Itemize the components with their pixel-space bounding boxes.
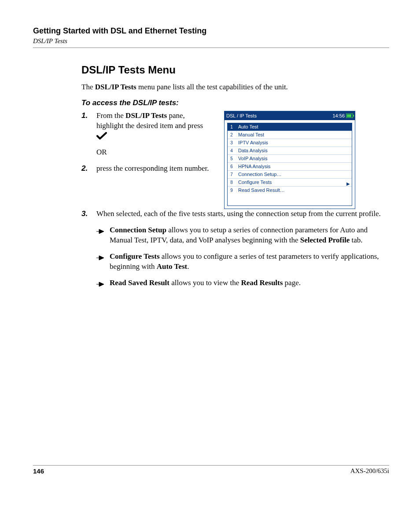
text: From the xyxy=(96,111,125,120)
text: page. xyxy=(283,279,301,287)
menu-item-1[interactable]: 1 Auto Test xyxy=(228,123,352,131)
menu-item-number: 8 xyxy=(228,179,236,186)
menu-item-5[interactable]: 5 VoIP Analysis xyxy=(228,155,352,162)
menu-item-3[interactable]: 3 IPTV Analysis xyxy=(228,139,352,147)
text: menu pane lists all the test capabilitie… xyxy=(136,83,288,91)
text: allows you to view the xyxy=(169,279,241,287)
menu-item-number: 1 xyxy=(228,123,236,131)
bullet-connection-setup: Connection Setup allows you to setup a s… xyxy=(96,225,389,246)
header-rule xyxy=(33,48,389,48)
page-number: 146 xyxy=(33,467,44,475)
body: DSL/IP Tests Menu The DSL/IP Tests menu … xyxy=(81,64,389,288)
step-2: press the corresponding item number. xyxy=(81,164,214,174)
steps-column: From the DSL/IP Tests pane, highlight th… xyxy=(81,111,214,180)
device-time: 14:56 xyxy=(332,113,345,118)
device-menu: 1 Auto Test 2 Manual Test 3 IPTV Analysi… xyxy=(227,123,352,206)
model-id: AXS-200/635i xyxy=(350,467,389,475)
arrow-bullet-icon xyxy=(96,227,104,237)
text-bold: Auto Test xyxy=(157,262,187,271)
status-area: 14:56 xyxy=(332,113,353,118)
footer-rule xyxy=(33,465,389,466)
text: The xyxy=(81,83,95,91)
arrow-bullet-icon xyxy=(96,280,104,290)
device-screenshot: DSL / IP Tests 14:56 1 Auto Test 2 Manua… xyxy=(224,111,355,209)
menu-item-number: 2 xyxy=(228,131,236,139)
bullet-configure-tests: Configure Tests allows you to configure … xyxy=(96,252,389,272)
menu-item-4[interactable]: 4 Data Analysis xyxy=(228,147,352,154)
text-bold: Connection Setup xyxy=(110,226,166,234)
text-bold: Read Saved Result xyxy=(110,279,169,287)
text-bold: DSL/IP Tests xyxy=(95,83,136,91)
menu-item-label: Configure Tests xyxy=(236,179,352,186)
menu-item-number: 4 xyxy=(228,147,236,154)
two-column-row: From the DSL/IP Tests pane, highlight th… xyxy=(81,111,389,209)
checkmark-icon xyxy=(96,132,107,143)
menu-item-label: Auto Test xyxy=(236,123,352,131)
menu-item-6[interactable]: 6 HPNA Analysis xyxy=(228,163,352,170)
device-titlebar: DSL / IP Tests 14:56 xyxy=(225,111,355,120)
menu-item-label: HPNA Analysis xyxy=(236,163,352,170)
menu-item-number: 6 xyxy=(228,163,236,170)
page-footer: 146 AXS-200/635i xyxy=(33,465,389,475)
text-bold: Read Results xyxy=(241,279,283,287)
text-bold: Configure Tests xyxy=(110,252,160,261)
menu-item-9[interactable]: 9 Read Saved Result… xyxy=(228,187,352,194)
menu-item-7[interactable]: 7 Connection Setup… xyxy=(228,171,352,178)
step-3: When selected, each of the five tests st… xyxy=(96,209,389,219)
menu-item-label: Manual Test xyxy=(236,131,352,139)
menu-item-label: IPTV Analysis xyxy=(236,139,352,147)
lead-paragraph: The DSL/IP Tests menu pane lists all the… xyxy=(81,82,389,92)
procedure-heading: To access the DSL/IP tests: xyxy=(81,99,389,107)
text-bold: Selected Profile xyxy=(300,236,350,244)
text: tab. xyxy=(350,236,362,244)
arrow-bullet-icon xyxy=(96,253,104,264)
section-heading: DSL/IP Tests Menu xyxy=(81,64,389,76)
menu-item-label: Read Saved Result… xyxy=(236,187,352,194)
battery-icon xyxy=(346,114,353,118)
document-page: Getting Started with DSL and Ethernet Te… xyxy=(0,0,420,510)
menu-item-8[interactable]: 8 Configure Tests ▶ xyxy=(228,179,352,186)
or-text: OR xyxy=(96,147,214,158)
device-title-text: DSL / IP Tests xyxy=(226,113,257,118)
steps-list: From the DSL/IP Tests pane, highlight th… xyxy=(81,111,214,174)
breadcrumb: DSL/IP Tests xyxy=(33,37,389,45)
step-3-wrap: When selected, each of the five tests st… xyxy=(81,209,389,219)
page-header: Getting Started with DSL and Ethernet Te… xyxy=(33,26,389,48)
bullet-read-saved-result: Read Saved Result allows you to view the… xyxy=(96,278,389,288)
chapter-title: Getting Started with DSL and Ethernet Te… xyxy=(33,26,389,36)
menu-item-number: 7 xyxy=(228,171,236,178)
footer-row: 146 AXS-200/635i xyxy=(33,467,389,475)
menu-item-2[interactable]: 2 Manual Test xyxy=(228,131,352,139)
sub-bullets: Connection Setup allows you to setup a s… xyxy=(96,225,389,288)
menu-item-number: 5 xyxy=(228,155,236,162)
menu-item-number: 3 xyxy=(228,139,236,147)
text: . xyxy=(187,262,189,271)
text-bold: DSL/IP Tests xyxy=(125,111,167,120)
menu-item-label: Data Analysis xyxy=(236,147,352,154)
menu-item-label: VoIP Analysis xyxy=(236,155,352,162)
step-1: From the DSL/IP Tests pane, highlight th… xyxy=(81,111,214,158)
menu-item-label: Connection Setup… xyxy=(236,171,352,178)
menu-item-number: 9 xyxy=(228,187,236,194)
